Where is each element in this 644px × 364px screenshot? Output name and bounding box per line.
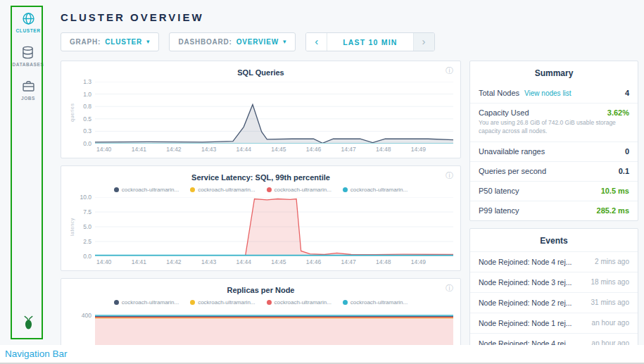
summary-row-value: 4 (625, 89, 629, 97)
cluster-icon (21, 11, 36, 26)
summary-row-label: P50 latency (479, 187, 519, 195)
time-prev-button[interactable]: ‹ (306, 33, 327, 51)
legend-dot-icon (114, 300, 119, 305)
sidebar-item-label: JOBS (21, 96, 35, 101)
chart-legend: cockroach-ultramarin...cockroach-ultrama… (68, 299, 453, 310)
summary-row: Queries per second0.1 (470, 161, 638, 181)
event-row[interactable]: Node Rejoined: Node 4 rej...an hour ago (470, 333, 638, 345)
legend-item[interactable]: cockroach-ultramarin... (343, 187, 408, 193)
event-time: 31 mins ago (591, 299, 629, 306)
event-row[interactable]: Node Rejoined: Node 2 rej...31 mins ago (470, 292, 638, 313)
y-axis-label: queries (68, 82, 76, 144)
legend-dot-icon (190, 300, 195, 305)
y-tick-label: 0.3 (83, 127, 91, 134)
time-window-label: LAST 10 MIN (327, 33, 412, 51)
databases-icon (20, 45, 35, 60)
sidebar-item-jobs[interactable]: JOBS (21, 79, 36, 101)
toolbar: GRAPH: CLUSTER ▾ DASHBOARD: OVERVIEW ▾ ‹… (61, 32, 638, 51)
y-axis: 0.02.55.07.510.0 (76, 197, 95, 256)
event-text: Node Rejoined: Node 1 rej... (479, 319, 572, 327)
event-row[interactable]: Node Rejoined: Node 1 rej...an hour ago (470, 313, 638, 333)
jobs-icon (21, 79, 36, 94)
event-time: 2 mins ago (595, 258, 629, 265)
summary-row-note: You are using 26.8 GiB of 742.0 GiB usab… (479, 117, 623, 136)
legend-item[interactable]: cockroach-ultramarin... (190, 299, 255, 306)
summary-row: P50 latency10.5 ms (470, 181, 638, 201)
sidebar-item-label: CLUSTER (16, 28, 41, 33)
legend-dot-icon (267, 300, 272, 305)
info-icon[interactable]: ⓘ (446, 284, 453, 292)
view-nodes-list-link[interactable]: View nodes list (524, 89, 572, 97)
graph-dropdown-label: GRAPH: (70, 38, 101, 46)
x-tick-label: 14:43 (201, 258, 216, 265)
event-text: Node Rejoined: Node 4 rej... (479, 339, 572, 345)
x-tick-label: 14:49 (411, 258, 426, 265)
summary-title: Summary (470, 61, 638, 84)
summary-row: P99 latency285.2 ms (470, 201, 638, 220)
x-axis: 14:4014:4114:4214:4314:4414:4514:4614:47… (95, 256, 453, 268)
legend-item[interactable]: cockroach-ultramarin... (190, 187, 255, 193)
page-title: CLUSTER OVERVIEW (61, 11, 638, 23)
time-next-button[interactable]: › (413, 33, 434, 51)
legend-dot-icon (190, 187, 195, 192)
x-tick-label: 14:41 (132, 258, 146, 265)
y-axis: 0.00.30.50.81.01.3 (76, 82, 95, 144)
info-icon[interactable]: ⓘ (446, 67, 453, 75)
events-rows: Node Rejoined: Node 4 rej...2 mins agoNo… (470, 251, 638, 345)
event-row[interactable]: Node Rejoined: Node 3 rej...18 mins ago (470, 272, 638, 292)
legend-dot-icon (343, 187, 348, 192)
x-tick-label: 14:46 (306, 258, 321, 265)
dashboard-dropdown[interactable]: DASHBOARD: OVERVIEW ▾ (169, 32, 296, 51)
chart-plot[interactable] (95, 310, 453, 345)
legend-item[interactable]: cockroach-ultramarin... (343, 299, 408, 306)
event-text: Node Rejoined: Node 3 rej... (479, 278, 572, 287)
graph-dropdown[interactable]: GRAPH: CLUSTER ▾ (61, 32, 159, 51)
right-column: Summary Total NodesView nodes list4Capac… (469, 61, 638, 345)
chart-plot[interactable] (95, 197, 453, 256)
annotation-strip: Navigation Bar (0, 345, 644, 364)
main-content: CLUSTER OVERVIEW GRAPH: CLUSTER ▾ DASHBO… (56, 0, 644, 345)
y-tick-label: 2.5 (83, 238, 91, 245)
legend-label: cockroach-ultramarin... (274, 187, 332, 193)
y-tick-label: 7.5 (83, 208, 91, 215)
sidebar-item-cluster[interactable]: CLUSTER (16, 11, 41, 33)
y-tick-label: 0.5 (83, 115, 91, 123)
sidebar-item-label: DATABASES (13, 62, 44, 67)
events-panel: Events Node Rejoined: Node 4 rej...2 min… (469, 228, 638, 345)
event-time: an hour ago (592, 339, 629, 345)
y-tick-label: 0.0 (83, 140, 91, 147)
chevron-down-icon: ▾ (146, 38, 150, 45)
y-tick-label: 10.0 (80, 194, 91, 201)
y-axis-label: latency (68, 197, 76, 256)
summary-row-label: P99 latency (479, 206, 519, 215)
event-time: 18 mins ago (591, 278, 629, 286)
y-tick-label: 400 (82, 312, 91, 319)
legend-item[interactable]: cockroach-ultramarin... (267, 299, 332, 306)
dashboard-dropdown-value: OVERVIEW (236, 38, 279, 46)
y-tick-label: 0.8 (83, 103, 91, 110)
charts-column: SQL Queriesⓘqueries0.00.30.50.81.01.314:… (61, 61, 461, 345)
summary-row-label: Queries per second (479, 167, 546, 175)
x-tick-label: 14:48 (376, 258, 391, 265)
y-axis: 400 (76, 310, 95, 345)
sidebar-item-databases[interactable]: DATABASES (13, 45, 44, 67)
cockroachdb-logo-icon[interactable] (20, 315, 37, 334)
summary-row: Total NodesView nodes list4 (470, 84, 638, 103)
chart-title: Replicas per Node (68, 284, 453, 299)
chart-panel-replicas-per-node: Replicas per Nodeⓘcockroach-ultramarin..… (61, 278, 461, 345)
legend-item[interactable]: cockroach-ultramarin... (114, 187, 179, 193)
x-tick-label: 14:43 (201, 146, 216, 153)
legend-dot-icon (343, 300, 348, 305)
event-time: an hour ago (592, 319, 629, 327)
sidebar: CLUSTER DATABASES JOBS (0, 0, 56, 345)
chart-plot[interactable] (95, 82, 453, 144)
legend-label: cockroach-ultramarin... (351, 187, 408, 193)
legend-item[interactable]: cockroach-ultramarin... (114, 299, 179, 306)
x-tick-label: 14:45 (271, 258, 286, 265)
info-icon[interactable]: ⓘ (446, 172, 453, 180)
event-row[interactable]: Node Rejoined: Node 4 rej...2 mins ago (470, 251, 638, 272)
legend-item[interactable]: cockroach-ultramarin... (267, 187, 332, 193)
x-axis: 14:4014:4114:4214:4314:4414:4514:4614:47… (95, 144, 453, 155)
chart-panel-sql-queries: SQL Queriesⓘqueries0.00.30.50.81.01.314:… (61, 61, 461, 158)
events-title: Events (470, 229, 638, 251)
